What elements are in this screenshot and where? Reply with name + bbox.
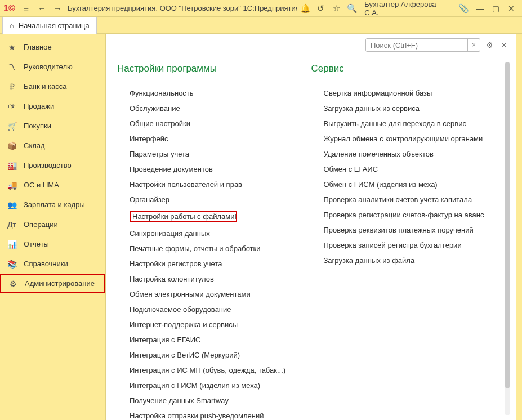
link[interactable]: Выгрузить данные для перехода в сервис [324, 119, 466, 128]
sidebar-item-0[interactable]: ★Главное [0, 37, 105, 57]
user-name[interactable]: Бухгалтер Алферова С.А. [364, 0, 452, 17]
link[interactable]: Свертка информационной базы [324, 89, 432, 97]
link[interactable]: Интеграция с ИС МП (обувь, одежда, табак… [130, 366, 285, 374]
link[interactable]: Настройки пользователей и прав [130, 180, 242, 189]
link-item[interactable]: Интеграция с ЕГАИС [117, 332, 311, 347]
link-item[interactable]: Удаление помеченных объектов [311, 146, 506, 162]
link[interactable]: Удаление помеченных объектов [324, 150, 434, 158]
link-item[interactable]: Функциональность [117, 86, 311, 101]
search-icon[interactable]: 🔍 [346, 2, 359, 15]
maximize-button[interactable]: ▢ [488, 2, 503, 15]
link-item[interactable]: Синхронизация данных [117, 226, 311, 241]
sidebar-item-11[interactable]: 📚Справочники [0, 254, 105, 274]
link-item[interactable]: Настройка отправки push-уведомлений [117, 408, 311, 420]
link[interactable]: Параметры учета [130, 150, 189, 158]
link[interactable]: Интеграция с ВетИС (Меркурий) [130, 351, 240, 359]
link[interactable]: Проверка реквизитов платежных поручений [324, 226, 474, 234]
link-item[interactable]: Настройки работы с файлами [117, 207, 311, 226]
link-item[interactable]: Органайзер [117, 192, 311, 207]
link[interactable]: Загрузка данных из сервиса [324, 104, 420, 113]
link-item[interactable]: Обмен с ГИСМ (изделия из меха) [311, 177, 506, 192]
back-icon[interactable]: ← [35, 2, 48, 15]
forward-icon[interactable]: → [51, 2, 64, 15]
link[interactable]: Настройка отправки push-уведомлений [130, 412, 264, 420]
scrollbar[interactable] [505, 62, 510, 415]
link[interactable]: Общие настройки [130, 119, 190, 128]
link-item[interactable]: Проверка записей регистра бухгалтерии [311, 238, 506, 253]
link-item[interactable]: Настройки регистров учета [117, 256, 311, 271]
link-item[interactable]: Проверка реквизитов платежных поручений [311, 222, 506, 238]
link[interactable]: Загрузка данных из файла [324, 256, 415, 265]
link-item[interactable]: Свертка информационной базы [311, 86, 506, 101]
sidebar-item-7[interactable]: 🚚ОС и НМА [0, 175, 105, 195]
link-item[interactable]: Проверка регистрации счетов-фактур на ав… [311, 207, 506, 222]
link[interactable]: Подключаемое оборудование [130, 305, 231, 314]
link[interactable]: Органайзер [130, 195, 169, 204]
link[interactable]: Журнал обмена с контролирующими органами [324, 135, 483, 143]
home-tab[interactable]: ⌂ Начальная страница [2, 17, 97, 34]
star-icon[interactable]: ☆ [331, 2, 343, 15]
sidebar-item-2[interactable]: ₽Банк и касса [0, 77, 105, 96]
link-item[interactable]: Проверка аналитики счетов учета капитала [311, 192, 506, 207]
link[interactable]: Проверка аналитики счетов учета капитала [324, 195, 472, 204]
link-item[interactable]: Обслуживание [117, 101, 311, 116]
sidebar-item-3[interactable]: 🛍Продажи [0, 96, 105, 116]
sidebar-item-4[interactable]: 🛒Покупки [0, 116, 105, 136]
link-item[interactable]: Журнал обмена с контролирующими органами [311, 131, 506, 146]
link-item[interactable]: Получение данных Smartway [117, 393, 311, 408]
link[interactable]: Настройки работы с файлами [130, 211, 237, 222]
close-button[interactable]: ✕ [504, 2, 519, 15]
link[interactable]: Интеграция с ГИСМ (изделия из меха) [130, 381, 260, 390]
sidebar-item-5[interactable]: 📦Склад [0, 136, 105, 155]
settings-icon[interactable]: ⚙ [484, 39, 495, 51]
link-item[interactable]: Проведение документов [117, 162, 311, 177]
link-item[interactable]: Загрузка данных из файла [311, 253, 506, 268]
link[interactable]: Проведение документов [130, 165, 213, 173]
link[interactable]: Обмен с ГИСМ (изделия из меха) [324, 180, 438, 189]
link[interactable]: Интеграция с ЕГАИС [130, 336, 200, 344]
sidebar-item-10[interactable]: 📊Отчеты [0, 234, 105, 254]
link[interactable]: Интернет-поддержка и сервисы [130, 320, 238, 329]
link[interactable]: Интерфейс [130, 135, 168, 143]
link-item[interactable]: Обмен с ЕГАИС [311, 162, 506, 177]
link[interactable]: Печатные формы, отчеты и обработки [130, 244, 261, 253]
link[interactable]: Обмен с ЕГАИС [324, 165, 378, 173]
sidebar-item-8[interactable]: 👥Зарплата и кадры [0, 195, 105, 215]
link[interactable]: Обмен электронными документами [130, 290, 251, 298]
link-item[interactable]: Интеграция с ИС МП (обувь, одежда, табак… [117, 363, 311, 378]
link-item[interactable]: Интерфейс [117, 131, 311, 146]
link[interactable]: Получение данных Smartway [130, 396, 229, 405]
attach-icon[interactable]: 📎 [458, 2, 470, 15]
link-item[interactable]: Общие настройки [117, 116, 311, 131]
link-item[interactable]: Загрузка данных из сервиса [311, 101, 506, 116]
link-item[interactable]: Обмен электронными документами [117, 287, 311, 302]
menu-icon[interactable]: ≡ [20, 2, 33, 15]
link[interactable]: Настройки регистров учета [130, 260, 222, 268]
close-icon[interactable]: × [498, 39, 510, 51]
scrollbar-thumb[interactable] [505, 62, 510, 388]
search-input[interactable] [366, 39, 467, 51]
sidebar-item-6[interactable]: 🏭Производство [0, 155, 105, 175]
sidebar-item-9[interactable]: ДтОперации [0, 215, 105, 234]
link-item[interactable]: Параметры учета [117, 146, 311, 162]
clear-search-icon[interactable]: × [467, 39, 480, 51]
link-item[interactable]: Печатные формы, отчеты и обработки [117, 241, 311, 256]
link-item[interactable]: Настройка колонтитулов [117, 271, 311, 287]
link[interactable]: Обслуживание [130, 104, 180, 113]
minimize-button[interactable]: — [473, 2, 488, 15]
link-item[interactable]: Подключаемое оборудование [117, 302, 311, 317]
link[interactable]: Настройка колонтитулов [130, 275, 214, 283]
link-item[interactable]: Интеграция с ВетИС (Меркурий) [117, 347, 311, 363]
link[interactable]: Синхронизация данных [130, 229, 210, 238]
link-item[interactable]: Выгрузить данные для перехода в сервис [311, 116, 506, 131]
link[interactable]: Функциональность [130, 89, 194, 97]
link-item[interactable]: Интеграция с ГИСМ (изделия из меха) [117, 378, 311, 393]
bell-icon[interactable]: 🔔 [299, 2, 311, 15]
link-item[interactable]: Настройки пользователей и прав [117, 177, 311, 192]
sidebar-item-12[interactable]: ⚙Администрирование [0, 274, 105, 293]
link-item[interactable]: Интернет-поддержка и сервисы [117, 317, 311, 332]
sidebar-item-1[interactable]: 〽Руководителю [0, 57, 105, 77]
link[interactable]: Проверка регистрации счетов-фактур на ав… [324, 211, 484, 219]
link[interactable]: Проверка записей регистра бухгалтерии [324, 241, 462, 249]
history-icon[interactable]: ↺ [315, 2, 327, 15]
